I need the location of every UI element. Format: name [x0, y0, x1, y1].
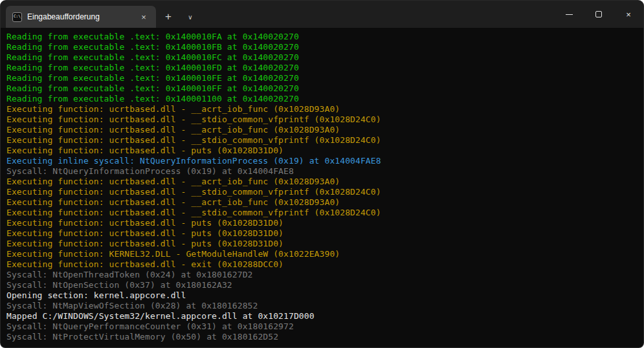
terminal-line: Executing function: ucrtbased.dll - __st… [6, 187, 643, 197]
terminal-line: Syscall: NtQueryInformationProcess (0x19… [6, 166, 643, 177]
terminal-line: Reading from executable .text: 0x1400011… [6, 94, 643, 104]
terminal-line: Executing function: ucrtbased.dll - puts… [6, 239, 643, 249]
cmd-prompt-icon: C:\_ [12, 12, 22, 22]
terminal-line: Opening section: kernel.appcore.dll [6, 290, 643, 301]
terminal-line: Executing function: ucrtbased.dll - puts… [6, 146, 643, 156]
maximize-button[interactable] [584, 1, 614, 28]
title-bar[interactable]: C:\_ Eingabeaufforderung × + ∨ × [1, 1, 643, 28]
maximize-icon [595, 11, 602, 17]
tab-close-icon[interactable]: × [137, 10, 151, 24]
tab-dropdown-icon[interactable]: ∨ [181, 7, 200, 27]
terminal-line: Executing inline syscall: NtQueryInforma… [6, 156, 643, 166]
window-controls: × [554, 1, 643, 28]
tab-title: Eingabeaufforderung [27, 12, 131, 21]
terminal-line: Executing function: ucrtbased.dll - __ac… [6, 177, 643, 187]
terminal-line: Syscall: NtQueryPerformanceCounter (0x31… [6, 321, 643, 332]
minimize-icon [566, 14, 573, 15]
terminal-line: Reading from executable .text: 0x1400010… [6, 63, 643, 73]
terminal-line: Executing function: KERNEL32.DLL - GetMo… [6, 249, 643, 259]
terminal-line: Reading from executable .text: 0x1400010… [6, 52, 643, 63]
terminal-line: Reading from executable .text: 0x1400010… [6, 83, 643, 94]
terminal-line: Executing function: ucrtbased.dll - exit… [6, 259, 643, 270]
terminal-line: Syscall: NtMapViewOfSection (0x28) at 0x… [6, 301, 643, 311]
terminal-line: Executing function: ucrtbased.dll - __ac… [6, 104, 643, 114]
terminal-line: Executing function: ucrtbased.dll - __st… [6, 114, 643, 125]
terminal-window: { "window": { "tab": { "label": "Eingabe… [0, 0, 644, 348]
terminal-line: Syscall: NtOpenSection (0x37) at 0x18016… [6, 280, 643, 290]
terminal-line: Executing function: ucrtbased.dll - __st… [6, 135, 643, 146]
terminal-line: Mapped C:/WINDOWS/System32/kernel.appcor… [6, 311, 643, 321]
terminal-line: Reading from executable .text: 0x1400010… [6, 32, 643, 42]
terminal-line: Executing function: ucrtbased.dll - puts… [6, 228, 643, 239]
tab-eingabeaufforderung[interactable]: C:\_ Eingabeaufforderung × [6, 6, 156, 28]
terminal-line: Reading from executable .text: 0x1400010… [6, 42, 643, 52]
terminal-line: Executing function: ucrtbased.dll - __ac… [6, 197, 643, 208]
new-tab-button[interactable]: + [159, 7, 178, 27]
minimize-button[interactable] [554, 1, 584, 28]
terminal-line: Reading from executable .text: 0x1400010… [6, 73, 643, 83]
titlebar-drag-region[interactable] [200, 1, 554, 28]
terminal-output[interactable]: Reading from executable .text: 0x1400010… [1, 28, 643, 347]
close-button[interactable]: × [614, 1, 643, 28]
terminal-line: Executing function: ucrtbased.dll - __ac… [6, 125, 643, 135]
terminal-line: Executing function: ucrtbased.dll - __st… [6, 208, 643, 218]
terminal-line: Syscall: NtOpenThreadToken (0x24) at 0x1… [6, 270, 643, 280]
terminal-line: Executing function: ucrtbased.dll - puts… [6, 218, 643, 228]
terminal-line: Syscall: NtProtectVirtualMemory (0x50) a… [6, 332, 643, 342]
